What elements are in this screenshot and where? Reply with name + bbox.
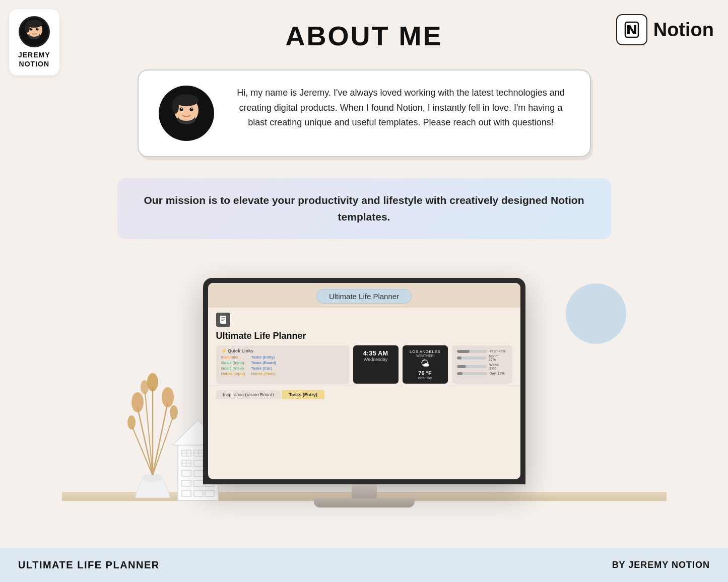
progress-bar-day-fill xyxy=(457,372,462,375)
svg-point-16 xyxy=(179,108,183,111)
logo-name: JEREMY NOTION xyxy=(18,50,50,68)
svg-rect-62 xyxy=(221,317,225,318)
tab-tasks-entry: Tasks (Entry) xyxy=(282,390,324,399)
clock-day: Wednesday xyxy=(360,357,391,362)
bottom-left-text: ULTIMATE LIFE PLANNER xyxy=(18,559,160,571)
progress-bar-day-bg xyxy=(457,372,487,375)
decorative-circle-right xyxy=(566,283,626,344)
weather-temp: 76 °F xyxy=(409,370,442,376)
svg-line-27 xyxy=(133,427,153,475)
progress-bar-month-bg xyxy=(457,356,487,359)
svg-rect-61 xyxy=(220,316,226,324)
svg-line-24 xyxy=(138,407,153,475)
screen-widgets: ⚡ Quick Links Inspiration Goals (Input) … xyxy=(208,345,520,384)
svg-point-7 xyxy=(37,28,38,29)
quick-links-widget: ⚡ Quick Links Inspiration Goals (Input) … xyxy=(216,345,349,384)
notion-icon-box xyxy=(616,14,647,45)
progress-bar-year-bg xyxy=(457,350,487,353)
notion-badge: Notion xyxy=(616,14,714,45)
weather-type: WEATHER xyxy=(409,354,442,357)
svg-point-18 xyxy=(181,108,182,109)
clock-widget: 4:35 AM Wednesday xyxy=(353,345,399,384)
svg-point-4 xyxy=(30,28,32,31)
monitor-screen: Ultimate Life Planner Ultimate Life P xyxy=(208,283,520,479)
link-goals-view: Goals (View) xyxy=(221,366,245,371)
about-bio: Hi, my name is Jeremy. I've always loved… xyxy=(232,86,570,130)
progress-label-day: Day: 19% xyxy=(490,372,505,375)
screen-page-title: Ultimate Life Planner xyxy=(208,329,520,345)
link-tasks-board: Tasks (Board) xyxy=(251,360,276,365)
screen-icon-row xyxy=(208,308,520,329)
svg-point-19 xyxy=(191,108,192,109)
links-col1: Inspiration Goals (Input) Goals (View) H… xyxy=(221,355,245,377)
links-col2: Tasks (Entry) Tasks (Board) Tasks (Cal.)… xyxy=(251,355,276,377)
link-habits-input: Habits (Input) xyxy=(221,372,245,376)
svg-point-15 xyxy=(172,99,179,114)
link-tasks-entry: Tasks (Entry) xyxy=(251,355,276,359)
progress-bar-year-fill xyxy=(457,350,470,353)
svg-point-33 xyxy=(127,415,136,429)
svg-point-6 xyxy=(31,28,32,29)
link-goals-input: Goals (Input) xyxy=(221,360,245,365)
progress-label-week: Week: 31% xyxy=(489,363,507,370)
link-habits-stats: Habits (Stats) xyxy=(251,372,276,376)
screen-tabs: Inspiration (Vision Board) Tasks (Entry) xyxy=(208,386,520,399)
quick-links-title: ⚡ Quick Links xyxy=(221,348,344,353)
bottom-bar: ULTIMATE LIFE PLANNER BY JEREMY NOTION xyxy=(0,548,728,582)
svg-rect-63 xyxy=(221,319,225,320)
monitor-stand xyxy=(203,484,525,507)
screen-header: Ultimate Life Planner xyxy=(208,283,520,308)
progress-label-year: Year: 43% xyxy=(490,349,506,353)
monitor: Ultimate Life Planner Ultimate Life P xyxy=(203,278,525,507)
progress-bar-month-fill xyxy=(457,356,462,359)
about-card: Hi, my name is Jeremy. I've always loved… xyxy=(138,69,591,157)
clock-time: 4:35 AM xyxy=(360,349,391,357)
weather-city: LOS ANGELES xyxy=(409,349,442,354)
progress-widget: Year: 43% Month: 17% Week: xyxy=(452,345,512,384)
mission-text: Our mission is to elevate your productiv… xyxy=(143,192,586,225)
screen-page-icon xyxy=(216,313,230,327)
progress-label-month: Month: 17% xyxy=(489,354,507,361)
weather-sun-icon: 🌤 xyxy=(409,358,442,369)
svg-point-17 xyxy=(189,108,193,111)
svg-point-32 xyxy=(162,387,174,407)
weather-widget: LOS ANGELES WEATHER 🌤 76 °F clear sky xyxy=(403,345,448,384)
svg-point-3 xyxy=(25,23,30,33)
stand-neck xyxy=(352,484,377,498)
svg-line-29 xyxy=(145,392,153,475)
progress-row-month: Month: 17% xyxy=(457,354,507,361)
link-tasks-cal: Tasks (Cal.) xyxy=(251,366,276,371)
screen-title-pill: Ultimate Life Planner xyxy=(316,289,412,304)
progress-row-year: Year: 43% xyxy=(457,349,507,353)
progress-bar-week-fill xyxy=(457,365,466,368)
svg-point-30 xyxy=(131,392,144,412)
progress-row-week: Week: 31% xyxy=(457,363,507,370)
svg-rect-64 xyxy=(221,320,224,321)
weather-desc: clear sky xyxy=(409,376,442,380)
link-inspiration: Inspiration xyxy=(221,355,245,359)
progress-bar-week-bg xyxy=(457,365,487,368)
tab-inspiration: Inspiration (Vision Board) xyxy=(216,390,281,399)
top-left-logo: JEREMY NOTION xyxy=(9,9,59,76)
notion-label: Notion xyxy=(653,19,714,41)
logo-avatar xyxy=(19,16,50,47)
monitor-body: Ultimate Life Planner Ultimate Life P xyxy=(203,278,525,484)
about-avatar xyxy=(159,86,214,141)
svg-point-31 xyxy=(147,373,158,391)
bottom-right-text: BY JEREMY NOTION xyxy=(612,560,710,570)
stand-base xyxy=(314,498,415,507)
svg-point-35 xyxy=(141,380,149,394)
svg-point-5 xyxy=(36,28,38,31)
mission-banner: Our mission is to elevate your productiv… xyxy=(117,178,611,239)
progress-row-day: Day: 19% xyxy=(457,372,507,375)
